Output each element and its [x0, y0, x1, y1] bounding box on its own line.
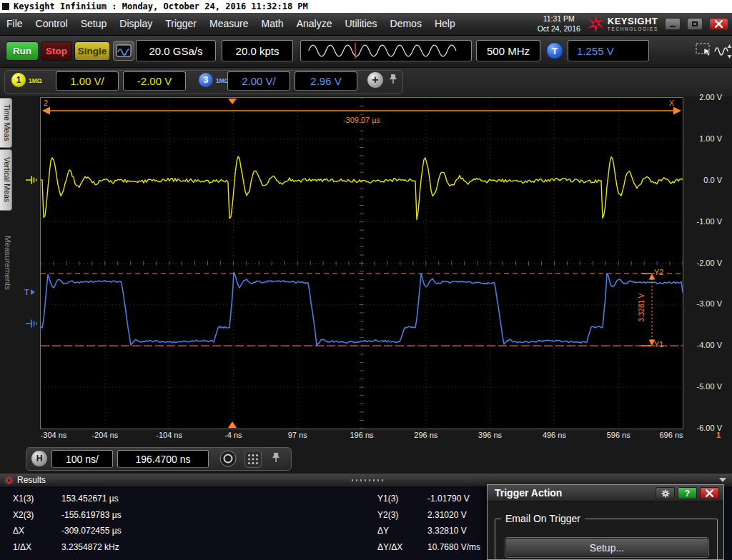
- minimize-button[interactable]: [665, 18, 681, 30]
- result-value: -155.619783 µs: [61, 510, 122, 520]
- menu-item[interactable]: Demos: [384, 13, 428, 35]
- memory-depth-display[interactable]: 20.0 kpts: [222, 40, 293, 61]
- voltage-axis-tick: 2.00 V: [683, 93, 725, 101]
- close-icon: [706, 489, 713, 497]
- voltage-axis-tick: -3.00 V: [683, 299, 725, 308]
- dialog-settings-button[interactable]: [656, 487, 675, 499]
- channel3-offset-display[interactable]: 2.96 V: [295, 71, 357, 91]
- brand-name: KEYSIGHT: [608, 16, 658, 26]
- delta-x-cursor-label: -309.07 µs: [41, 116, 683, 124]
- menu-item[interactable]: Measure: [203, 13, 254, 35]
- pin-icon[interactable]: [389, 74, 397, 87]
- pin-icon[interactable]: [272, 452, 280, 466]
- result-row: 1/ΔX 3.2354872 kHz: [13, 539, 122, 556]
- waveform-display[interactable]: 2 X -309.07 µs Y2 Y1 3.3281 V: [41, 98, 683, 429]
- region-select-button[interactable]: [695, 41, 713, 64]
- menu-item[interactable]: Analyze: [290, 13, 339, 35]
- horizontal-position-display[interactable]: 196.4700 ns: [117, 450, 209, 468]
- channel1-offset-display[interactable]: -2.00 V: [123, 71, 186, 91]
- time-axis-tick: 596 ns: [595, 431, 641, 439]
- horizontal-button[interactable]: H: [31, 451, 47, 466]
- channel1-scale-display[interactable]: 1.00 V/: [56, 71, 119, 91]
- close-button[interactable]: [709, 18, 728, 30]
- voltage-axis-tick: -1.00 V: [683, 217, 725, 226]
- menu-item[interactable]: Help: [428, 13, 462, 35]
- result-row: X1(3) 153.452671 µs: [13, 491, 122, 507]
- result-value: -309.072455 µs: [61, 526, 122, 536]
- single-button[interactable]: Single: [74, 41, 110, 61]
- scope-graticule: [41, 98, 683, 429]
- keysight-logo: KEYSIGHT TECHNOLOGIES: [587, 15, 658, 33]
- result-value: 153.452671 µs: [61, 494, 119, 504]
- dialog-help-button[interactable]: ?: [678, 487, 697, 499]
- menubar: FileControlSetupDisplayTriggerMeasureMat…: [0, 13, 732, 36]
- result-value: -1.01790 V: [427, 494, 470, 504]
- restore-icon: [692, 21, 698, 26]
- measurement-tab[interactable]: Vertical Meas: [0, 149, 12, 211]
- trigger-level-icon[interactable]: T: [24, 288, 35, 296]
- time-axis-tick: 396 ns: [468, 431, 513, 439]
- measurements-panel-tab[interactable]: Measurements: [1, 236, 12, 343]
- zoom-button[interactable]: [219, 449, 237, 471]
- axis-channel-indicator: 1: [716, 431, 721, 439]
- keysight-spark-icon: [587, 15, 605, 33]
- menu-item[interactable]: Math: [255, 13, 290, 35]
- clock-time: 11:31 PM: [538, 14, 580, 24]
- trigger-level-display[interactable]: 1.255 V: [568, 40, 649, 61]
- result-label: X2(3): [13, 510, 61, 520]
- result-row: X2(3) -155.619783 µs: [13, 507, 122, 524]
- time-axis-tick: 196 ns: [339, 431, 385, 439]
- measurement-tab[interactable]: Time Meas: [0, 98, 12, 148]
- result-value: 2.31020 V: [427, 510, 467, 520]
- gear-icon[interactable]: [4, 475, 14, 488]
- restore-button[interactable]: [687, 18, 703, 30]
- result-row: Y2(3) 2.31020 V: [377, 507, 480, 524]
- result-row: Y1(3) -1.01790 V: [377, 491, 480, 507]
- sample-rate-display[interactable]: 20.0 GSa/s: [136, 40, 216, 61]
- gear-icon: [661, 489, 670, 498]
- voltage-axis-tick: -4.00 V: [683, 341, 725, 349]
- trigger-button[interactable]: T: [546, 42, 563, 59]
- app-icon: [2, 3, 9, 10]
- ch1-ground-marker-icon[interactable]: [26, 175, 39, 188]
- voltage-axis-tick: -2.00 V: [683, 259, 725, 267]
- result-row: ΔX -309.072455 µs: [13, 523, 122, 539]
- stop-button[interactable]: Stop: [41, 41, 72, 61]
- ch3-ground-marker-icon[interactable]: [26, 319, 39, 331]
- result-value: 3.2354872 kHz: [61, 542, 119, 552]
- menu-item[interactable]: Control: [29, 13, 74, 35]
- result-value: 3.32810 V: [427, 526, 467, 536]
- bandwidth-display[interactable]: 500 MHz: [476, 40, 540, 61]
- waveform-preview[interactable]: [300, 40, 472, 61]
- menu-item[interactable]: Trigger: [159, 13, 203, 35]
- voltage-axis-tick: 0.0 V: [683, 176, 725, 184]
- grid-dots-button[interactable]: [244, 451, 262, 468]
- waveform-scale-button[interactable]: [714, 41, 732, 64]
- group-label: Email On Trigger: [501, 513, 585, 524]
- window-titlebar: Keysight Infiniium : Monday, October 24,…: [0, 0, 732, 13]
- grid-dots-icon: [247, 454, 259, 465]
- acquire-mode-button[interactable]: [113, 41, 134, 61]
- x2-cursor-id: 2: [44, 99, 48, 107]
- delta-y-value-label: 3.3281 V: [638, 285, 646, 331]
- drag-handle-icon[interactable]: [352, 479, 383, 481]
- window-title: Keysight Infiniium : Monday, October 24,…: [14, 1, 308, 11]
- add-channel-button[interactable]: +: [367, 72, 383, 88]
- collapse-icon[interactable]: [719, 478, 726, 482]
- menu-items: FileControlSetupDisplayTriggerMeasureMat…: [0, 13, 462, 35]
- channel1-button[interactable]: 1: [11, 73, 26, 87]
- menu-item[interactable]: Setup: [74, 13, 114, 35]
- timebase-display[interactable]: 100 ns/: [51, 450, 113, 468]
- run-button[interactable]: Run: [6, 41, 39, 61]
- channel3-scale-display[interactable]: 2.00 V/: [227, 71, 290, 91]
- setup-button[interactable]: Setup...: [505, 538, 708, 557]
- result-row: ΔY 3.32810 V: [377, 523, 480, 539]
- voltage-axis-labels: 2.00 V1.00 V0.0 V-1.00 V-2.00 V-3.00 V-4…: [683, 98, 725, 438]
- dialog-close-button[interactable]: [700, 487, 719, 499]
- waveform-scale-icon: [714, 41, 732, 61]
- menu-item[interactable]: Display: [113, 13, 159, 35]
- trigger-action-dialog: Trigger Action ? Email On Trigger Setup.…: [487, 484, 724, 560]
- menu-item[interactable]: File: [0, 13, 29, 35]
- menu-item[interactable]: Utilities: [338, 13, 383, 35]
- channel3-button[interactable]: 3: [199, 73, 213, 87]
